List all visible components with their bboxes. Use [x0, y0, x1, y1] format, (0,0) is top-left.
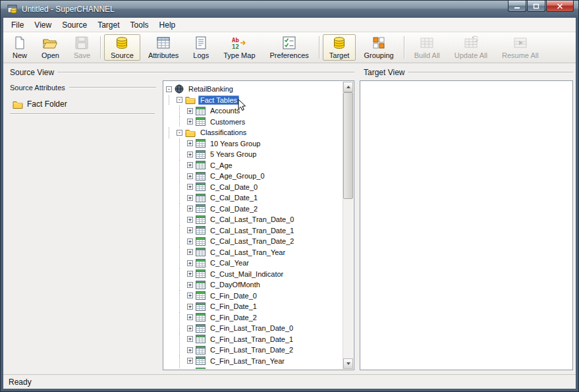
- tree-item-10-years-group[interactable]: +10 Years Group: [166, 138, 343, 150]
- menu-item-file[interactable]: File: [6, 18, 29, 32]
- tree-item-label[interactable]: C_Cal_Last_Tran_Date_1: [208, 226, 296, 235]
- menu-item-tools[interactable]: Tools: [125, 18, 154, 32]
- expand-icon[interactable]: +: [187, 195, 193, 201]
- expand-icon[interactable]: +: [187, 184, 193, 190]
- scrollbar-thumb[interactable]: [343, 92, 353, 199]
- expand-icon[interactable]: +: [187, 152, 193, 157]
- toolbar-button-preferences[interactable]: Preferences: [263, 34, 316, 61]
- tree-item-accounts[interactable]: +Accounts: [166, 105, 343, 117]
- menu-item-source[interactable]: Source: [57, 18, 92, 32]
- toolbar-button-target[interactable]: Target: [323, 34, 356, 61]
- tree-item-c-cal-last-tran-year[interactable]: +C_Cal_Last_Tran_Year: [166, 247, 343, 258]
- tree-item-label[interactable]: C_DayOfMonth: [208, 280, 262, 289]
- expand-icon[interactable]: +: [187, 282, 193, 288]
- target-view-body[interactable]: [360, 80, 573, 370]
- tree-item-label[interactable]: Customers: [208, 117, 247, 126]
- tree-item-c-dayofmonth[interactable]: +C_DayOfMonth: [166, 279, 343, 291]
- expand-icon[interactable]: +: [187, 140, 193, 146]
- collapse-icon[interactable]: -: [177, 130, 182, 136]
- expand-icon[interactable]: +: [187, 358, 193, 364]
- tree-item-fact-tables[interactable]: -Fact Tables: [166, 95, 343, 106]
- toolbar-button-open[interactable]: Open: [35, 34, 66, 61]
- tree-item-c-cal-year[interactable]: +C_Cal_Year: [166, 258, 343, 269]
- tree-item-label[interactable]: C_Fin_Date_2: [208, 313, 259, 322]
- expand-icon[interactable]: +: [187, 108, 193, 114]
- expand-icon[interactable]: +: [187, 314, 193, 320]
- close-button[interactable]: [546, 1, 574, 12]
- toolbar-button-grouping[interactable]: Grouping: [357, 34, 400, 61]
- tree-item-label[interactable]: C_Age_Group_0: [208, 171, 267, 181]
- tree-item-classifications[interactable]: -Classifications: [166, 127, 343, 138]
- tree-item-label[interactable]: 10 Years Group: [208, 139, 262, 148]
- tree-item-c-fin-date-0[interactable]: +C_Fin_Date_0: [166, 291, 343, 302]
- tree-item-c-cal-date-2[interactable]: +C_Cal_Date_2: [166, 204, 343, 215]
- tree-item-c-fin-date-1[interactable]: +C_Fin_Date_1: [166, 301, 343, 312]
- expand-icon[interactable]: +: [187, 227, 193, 233]
- expand-icon[interactable]: +: [187, 119, 193, 125]
- toolbar-button-logs[interactable]: Logs: [186, 34, 215, 61]
- minimize-button[interactable]: [508, 1, 526, 12]
- expand-icon[interactable]: +: [187, 271, 193, 277]
- tree-item-c-cal-date-1[interactable]: +C_Cal_Date_1: [166, 192, 343, 204]
- tree-item-c-cust-mail-indicator[interactable]: +C_Cust_Mail_Indicator: [166, 269, 343, 280]
- tree-item-c-fin-date-2[interactable]: +C_Fin_Date_2: [166, 312, 343, 323]
- tree-item-label[interactable]: C_Cal_Last_Tran_Date_2: [208, 237, 296, 246]
- tree-scrollbar[interactable]: [343, 82, 353, 369]
- expand-icon[interactable]: +: [187, 238, 193, 244]
- tree-item-c-fin-last-tran-year[interactable]: +C_Fin_Last_Tran_Year: [166, 356, 343, 367]
- tree-item-c-fin-last-tran-date-1[interactable]: +C_Fin_Last_Tran_Date_1: [166, 334, 343, 345]
- toolbar-button-new[interactable]: New: [6, 34, 34, 61]
- tree-item-c-cal-last-tran-date-1[interactable]: +C_Cal_Last_Tran_Date_1: [166, 225, 343, 237]
- menu-item-view[interactable]: View: [29, 18, 57, 32]
- expand-icon[interactable]: +: [187, 162, 193, 168]
- tree-item-label[interactable]: 5 Years Group: [208, 150, 258, 159]
- tree-item-customers[interactable]: +Customers: [166, 117, 343, 128]
- tree-item-label[interactable]: C_Fin_Last_Tran_Date_2: [208, 345, 295, 354]
- tree-item-5-years-group[interactable]: +5 Years Group: [166, 149, 343, 160]
- tree-item-c-fin-last-tran-date-2[interactable]: +C_Fin_Last_Tran_Date_2: [166, 345, 343, 356]
- expand-icon[interactable]: +: [187, 293, 193, 298]
- menu-item-target[interactable]: Target: [92, 18, 124, 32]
- tree-item-label[interactable]: Fact Tables: [198, 96, 239, 105]
- expand-icon[interactable]: +: [187, 249, 193, 255]
- tree-item-label[interactable]: Classifications: [198, 128, 248, 137]
- expand-icon[interactable]: +: [187, 206, 193, 211]
- collapse-icon[interactable]: -: [166, 86, 172, 92]
- tree-item-c-cal-last-tran-date-0[interactable]: +C_Cal_Last_Tran_Date_0: [166, 214, 343, 225]
- scroll-down-button[interactable]: [343, 358, 353, 369]
- toolbar-button-attributes[interactable]: Attributes: [142, 34, 185, 61]
- expand-icon[interactable]: +: [187, 260, 193, 266]
- expand-icon[interactable]: +: [187, 336, 193, 342]
- tree-item-label[interactable]: RetailBanking: [186, 84, 235, 94]
- tree-item-label[interactable]: C_Fin_Year: [208, 367, 250, 369]
- expand-icon[interactable]: +: [187, 325, 193, 331]
- collapse-icon[interactable]: -: [177, 97, 182, 103]
- tree-item-label[interactable]: C_Cal_Year: [208, 258, 251, 267]
- tree-item-c-cal-date-0[interactable]: +C_Cal_Date_0: [166, 182, 343, 193]
- tree-item-label[interactable]: C_Cal_Date_2: [208, 204, 260, 213]
- toolbar-button-source[interactable]: Source: [104, 34, 140, 61]
- tree-item-label[interactable]: C_Cal_Last_Tran_Year: [208, 248, 287, 257]
- tree-item-c-cal-last-tran-date-2[interactable]: +C_Cal_Last_Tran_Date_2: [166, 236, 343, 247]
- expand-icon[interactable]: +: [187, 304, 193, 310]
- toolbar-button-type-map[interactable]: Ab12Type Map: [217, 34, 262, 61]
- tree-item-label[interactable]: C_Fin_Date_0: [208, 291, 259, 300]
- tree-item-label[interactable]: C_Cust_Mail_Indicator: [208, 269, 285, 279]
- tree-item-c-fin-year[interactable]: +C_Fin_Year: [166, 366, 343, 369]
- tree-item-label[interactable]: C_Fin_Last_Tran_Date_1: [208, 335, 295, 344]
- tree-item-c-age-group-0[interactable]: +C_Age_Group_0: [166, 171, 343, 182]
- scrollbar-track[interactable]: [343, 92, 353, 358]
- tree-item-label[interactable]: C_Fin_Last_Tran_Date_0: [208, 323, 295, 333]
- tree-item-c-age[interactable]: +C_Age: [166, 160, 343, 171]
- expand-icon[interactable]: +: [187, 173, 193, 179]
- tree-item-retailbanking[interactable]: -RetailBanking: [166, 84, 343, 95]
- fact-folder-item[interactable]: Fact Folder: [10, 99, 156, 113]
- tree-item-label[interactable]: C_Cal_Date_0: [208, 182, 260, 192]
- maximize-button[interactable]: [527, 1, 545, 12]
- tree-item-label[interactable]: C_Fin_Last_Tran_Year: [208, 356, 287, 366]
- tree-item-label[interactable]: C_Age: [208, 161, 234, 170]
- scroll-up-button[interactable]: [343, 82, 353, 92]
- expand-icon[interactable]: +: [187, 217, 193, 223]
- tree-item-label[interactable]: C_Fin_Date_1: [208, 302, 259, 311]
- tree-item-label[interactable]: C_Cal_Date_1: [208, 193, 260, 202]
